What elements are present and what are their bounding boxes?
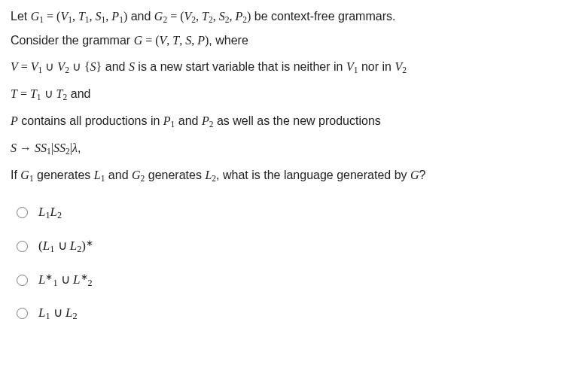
- text: , where: [209, 34, 248, 47]
- option-b-label: (L1 ∪ L2)∗: [38, 236, 93, 257]
- text: and: [105, 169, 132, 181]
- option-b[interactable]: (L1 ∪ L2)∗: [17, 236, 577, 257]
- math: S → SS1|SS2|λ: [11, 141, 78, 154]
- question-line-v: V = V1 ∪ V2 ∪ {S} and S is a new start v…: [11, 58, 577, 77]
- math: P2: [202, 114, 214, 127]
- text: as well as the new productions: [213, 114, 380, 127]
- text: nor in: [358, 60, 395, 73]
- option-c[interactable]: L∗1 ∪ L∗2: [17, 269, 577, 290]
- text: and: [127, 10, 154, 23]
- option-b-radio[interactable]: [17, 241, 28, 252]
- math: T = T1 ∪ T2: [11, 87, 67, 100]
- math: L2: [205, 169, 216, 181]
- option-a[interactable]: L1L2: [17, 202, 577, 223]
- question-line-t: T = T1 ∪ T2 and: [11, 85, 577, 105]
- option-d-label: L1 ∪ L2: [38, 303, 78, 324]
- question-line-1: Let G1 = (V1, T1, S1, P1) and G2 = (V2, …: [11, 8, 577, 27]
- option-a-radio[interactable]: [17, 207, 28, 218]
- text: Consider the grammar: [11, 34, 134, 47]
- math: V1: [346, 60, 358, 73]
- math: G1 = (V1, T1, S1, P1): [31, 10, 128, 23]
- text: , what is the language generated by: [216, 169, 410, 181]
- option-d-radio[interactable]: [17, 308, 28, 319]
- math: G2: [132, 169, 145, 181]
- math: G = (V, T, S, P): [134, 34, 209, 47]
- question-line-p: P contains all productions in P1 and P2 …: [11, 112, 577, 132]
- text: ,: [78, 141, 81, 154]
- text: generates: [145, 169, 205, 181]
- math: P1: [163, 114, 175, 127]
- option-c-radio[interactable]: [17, 275, 28, 286]
- text: is a new start variable that is neither …: [135, 60, 346, 73]
- option-d[interactable]: L1 ∪ L2: [17, 303, 577, 324]
- question-line-2: Consider the grammar G = (V, T, S, P), w…: [11, 32, 577, 50]
- question-line-s: S → SS1|SS2|λ,: [11, 139, 577, 159]
- text: and: [175, 114, 202, 127]
- answer-options: L1L2 (L1 ∪ L2)∗ L∗1 ∪ L∗2 L1 ∪ L2: [11, 202, 577, 324]
- text: contains all productions in: [18, 114, 163, 127]
- math: G1: [20, 169, 33, 181]
- text: Let: [11, 10, 31, 23]
- math: V2: [395, 60, 407, 73]
- math: P: [11, 114, 18, 127]
- math: S: [129, 60, 135, 73]
- text: ?: [419, 169, 426, 181]
- option-c-label: L∗1 ∪ L∗2: [38, 269, 93, 290]
- text: and: [67, 87, 90, 100]
- option-a-label: L1L2: [38, 202, 62, 223]
- math: G2 = (V2, T2, S2, P2): [154, 10, 251, 23]
- math: L1: [94, 169, 105, 181]
- text: be context-free grammars.: [251, 10, 395, 23]
- text: and: [102, 60, 129, 73]
- question-line-if: If G1 generates L1 and G2 generates L2, …: [11, 166, 577, 186]
- math: V = V1 ∪ V2 ∪ {S}: [11, 60, 102, 73]
- text: If: [11, 169, 20, 181]
- text: generates: [34, 169, 94, 181]
- math: G: [410, 169, 419, 181]
